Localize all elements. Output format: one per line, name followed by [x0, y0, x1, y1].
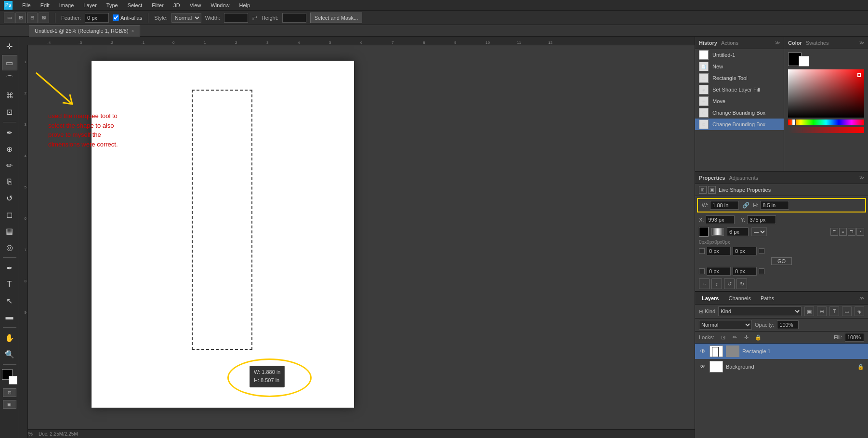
quick-select-tool[interactable]: ⌘: [2, 88, 17, 103]
filter-smart-btn[interactable]: ◈: [855, 306, 864, 316]
stroke-align-right[interactable]: ⊐: [848, 228, 855, 236]
channels-tab[interactable]: Channels: [725, 294, 753, 302]
rotate-cw-icon[interactable]: ↻: [736, 279, 747, 289]
hand-tool[interactable]: ✋: [2, 330, 17, 345]
pen-tool[interactable]: ✒: [2, 260, 17, 276]
width-value-input[interactable]: [710, 201, 739, 210]
layers-tab[interactable]: Layers: [699, 294, 722, 302]
history-item-4[interactable]: ✛ Move: [695, 95, 784, 107]
layer-vis-background[interactable]: 👁: [699, 363, 707, 371]
move-tool[interactable]: ✛: [2, 39, 17, 54]
color-picker-gradient[interactable]: [788, 69, 864, 118]
crop-tool[interactable]: ⊡: [2, 104, 17, 119]
swap-icon[interactable]: ⇄: [252, 14, 258, 22]
menu-edit[interactable]: Edit: [39, 1, 52, 9]
lasso-tool[interactable]: ⌒: [2, 71, 17, 87]
history-item-1[interactable]: 📄 New: [695, 61, 784, 72]
kind-filter-select[interactable]: Kind: [718, 306, 802, 316]
select-mask-button[interactable]: Select and Mask...: [310, 13, 363, 23]
lock-all-btn[interactable]: 🔒: [754, 333, 763, 342]
history-item-5[interactable]: ⊡ Change Bounding Box: [695, 107, 784, 119]
lock-transparent-btn[interactable]: ⊡: [719, 333, 728, 342]
menu-select[interactable]: Select: [126, 1, 145, 9]
menu-type[interactable]: Type: [105, 1, 120, 9]
layers-collapse[interactable]: ≫: [859, 295, 864, 301]
subtract-selection-btn[interactable]: ⊟: [27, 13, 38, 23]
transform-icon[interactable]: ⊞: [699, 186, 707, 194]
stroke-color[interactable]: [699, 227, 709, 237]
document-tab[interactable]: Untitled-1 @ 25% (Rectangle 1, RGB/8) ×: [29, 25, 140, 37]
rotate-icon[interactable]: ↺: [724, 279, 735, 289]
background-color[interactable]: [9, 376, 17, 385]
gradient-tool[interactable]: ▦: [2, 223, 17, 239]
tab-close[interactable]: ×: [132, 28, 134, 34]
corner-br-input[interactable]: [733, 267, 757, 276]
canvas-area[interactable]: -4 -3 -2 -1 0 1 2 3 4 5 6 7 8 9 10 11 12…: [19, 37, 695, 438]
layer-item-rectangle1[interactable]: 👁 Rectangle 1: [695, 344, 868, 359]
color-tab[interactable]: Color: [788, 40, 802, 46]
opacity-input[interactable]: [777, 320, 799, 329]
width-input[interactable]: [224, 13, 248, 23]
menu-filter[interactable]: Filter: [150, 1, 165, 9]
eraser-tool[interactable]: ◻: [2, 207, 17, 222]
stroke-pattern[interactable]: [711, 228, 724, 236]
filter-adjustment-btn[interactable]: ⊕: [817, 306, 827, 316]
menu-view[interactable]: View: [188, 1, 203, 9]
swatches-tab[interactable]: Swatches: [806, 40, 829, 46]
menu-image[interactable]: Image: [57, 1, 76, 9]
flip-h-icon[interactable]: ↔: [699, 279, 710, 289]
height-input[interactable]: [282, 13, 306, 23]
anti-alias-checkbox[interactable]: [113, 14, 119, 21]
history-brush-tool[interactable]: ↺: [2, 190, 17, 206]
feather-input[interactable]: [85, 13, 109, 23]
filter-type-btn[interactable]: T: [829, 306, 839, 316]
heal-tool[interactable]: ⊕: [2, 141, 17, 157]
x-value-input[interactable]: [706, 215, 735, 224]
corner-tr-input[interactable]: [733, 247, 757, 255]
hue-slider[interactable]: [788, 119, 864, 125]
screen-mode-btn[interactable]: ▣: [3, 400, 16, 409]
y-value-input[interactable]: [747, 215, 776, 224]
menu-file[interactable]: File: [20, 1, 33, 9]
history-tab[interactable]: History: [699, 40, 717, 46]
menu-window[interactable]: Window: [209, 1, 231, 9]
filter-pixel-btn[interactable]: ▣: [804, 306, 814, 316]
layer-item-background[interactable]: 👁 Background 🔒: [695, 359, 868, 374]
add-selection-btn[interactable]: ⊞: [15, 13, 26, 23]
marquee-tool[interactable]: ▭: [2, 55, 17, 70]
corner-br-checkbox[interactable]: [759, 268, 764, 274]
menu-3d[interactable]: 3D: [171, 1, 182, 9]
history-collapse[interactable]: ≫: [775, 40, 780, 45]
style-select[interactable]: Normal: [171, 13, 201, 23]
layer-vis-rectangle1[interactable]: 👁: [699, 347, 707, 355]
filter-shape-btn[interactable]: ▭: [842, 306, 852, 316]
new-selection-btn[interactable]: ▭: [4, 13, 14, 23]
alpha-slider[interactable]: [788, 127, 864, 133]
transform-icon2[interactable]: ▣: [708, 186, 716, 194]
menu-help[interactable]: Help: [237, 1, 252, 9]
blend-mode-select[interactable]: Normal: [699, 320, 752, 330]
color-collapse[interactable]: ≫: [859, 40, 864, 45]
stroke-align-center[interactable]: ≡: [839, 228, 847, 236]
history-item-3[interactable]: ◈ Set Shape Layer Fill: [695, 84, 784, 95]
shape-tool[interactable]: ▬: [2, 309, 17, 325]
lock-position-btn[interactable]: ✛: [742, 333, 751, 342]
stroke-align-left[interactable]: ⊏: [830, 228, 838, 236]
intersect-selection-btn[interactable]: ⊠: [39, 13, 49, 23]
type-tool[interactable]: T: [2, 277, 17, 292]
history-item-6[interactable]: ⊡ Change Bounding Box: [695, 119, 784, 130]
height-value-input[interactable]: [760, 201, 789, 210]
eyedropper-tool[interactable]: ✒: [2, 125, 17, 140]
go-button[interactable]: GO: [771, 257, 792, 265]
actions-tab[interactable]: Actions: [721, 40, 738, 46]
dodge-tool[interactable]: ◎: [2, 239, 17, 255]
fill-input[interactable]: [845, 333, 864, 342]
menu-layer[interactable]: Layer: [81, 1, 99, 9]
corner-tl-checkbox[interactable]: [699, 248, 705, 254]
corner-tr-checkbox[interactable]: [759, 248, 764, 254]
zoom-tool[interactable]: 🔍: [2, 346, 17, 362]
history-item-2[interactable]: ▭ Rectangle Tool: [695, 72, 784, 84]
paths-tab[interactable]: Paths: [758, 294, 777, 302]
brush-tool[interactable]: ✏: [2, 158, 17, 173]
properties-tab[interactable]: Properties: [699, 175, 725, 181]
